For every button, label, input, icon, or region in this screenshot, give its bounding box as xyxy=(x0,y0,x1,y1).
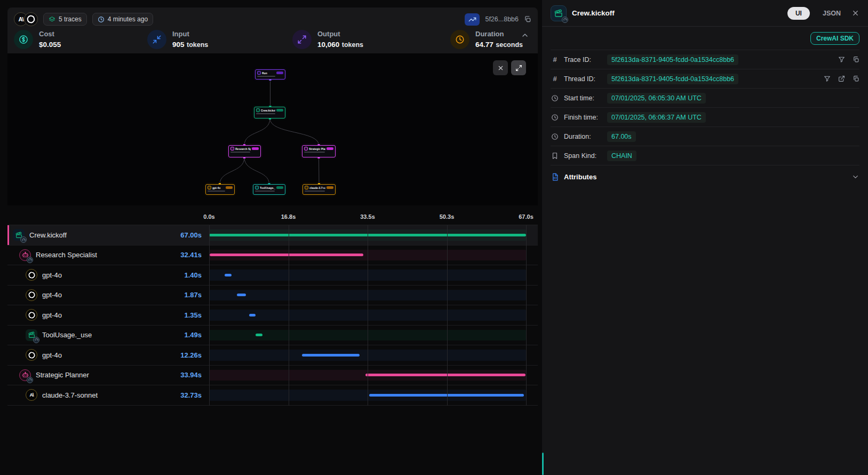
agent-graph-canvas[interactable]: RunCrew.kickoffResearch Speciali...Strat… xyxy=(7,53,538,205)
axis-tick: 0.0s xyxy=(203,213,214,220)
filter-icon[interactable] xyxy=(838,56,845,63)
field-value[interactable]: CHAIN xyxy=(607,151,636,161)
panel-close-icon[interactable] xyxy=(851,9,859,17)
stat-duration: Duration64.77 seconds xyxy=(450,30,531,49)
field-label: Start time: xyxy=(564,94,602,102)
span-row-claude-3-7-sonnet[interactable]: A\claude-3.7-sonnet32.73s xyxy=(7,385,538,406)
graph-node-crew-kickoff[interactable]: Crew.kickoff xyxy=(254,107,285,118)
openai-logo-icon xyxy=(26,309,37,321)
span-name: gpt-4o xyxy=(42,291,179,299)
tab-ui[interactable]: UI xyxy=(787,7,810,20)
metrics-chart-button[interactable] xyxy=(465,13,480,26)
node-subtext xyxy=(257,76,275,77)
gauge-badge-icon xyxy=(27,257,33,263)
trace-age-badge: 4 minutes ago xyxy=(92,13,153,26)
field-value[interactable]: 5f2613da-8371-9405-fcdd-0a1534cc8bb6 xyxy=(607,74,738,84)
attributes-section-header[interactable]: Attributes xyxy=(551,165,859,188)
tab-json[interactable]: JSON xyxy=(823,10,841,17)
span-name: Strategic Planner xyxy=(36,371,176,379)
span-name: gpt-4o xyxy=(42,351,176,359)
span-row-crew-kickoff[interactable]: Crew.kickoff67.00s xyxy=(7,225,538,246)
traces-count-label: 5 traces xyxy=(59,15,82,23)
graph-node-run[interactable]: Run xyxy=(255,69,285,80)
copy-icon[interactable] xyxy=(853,75,859,82)
layers-icon xyxy=(49,16,55,23)
clock-icon xyxy=(450,30,469,49)
anthropic-logo-icon: A\ xyxy=(26,389,37,401)
clock-icon xyxy=(551,133,559,140)
span-duration: 1.40s xyxy=(184,271,202,279)
node-type-icon xyxy=(230,147,234,151)
span-name: claude-3.7-sonnet xyxy=(42,391,176,399)
trace-summary-card: A\ 5 traces 4 minutes ago 5f26...8bb6 Co… xyxy=(7,7,538,53)
field-label: Span Kind: xyxy=(564,152,602,160)
stat-value: $0.055 xyxy=(39,41,61,49)
span-bar[interactable] xyxy=(302,354,360,357)
span-duration: 12.26s xyxy=(180,351,202,359)
field-value[interactable]: 07/01/2025, 06:06:37 AM UTC xyxy=(607,112,706,123)
scrollbar-thumb[interactable] xyxy=(542,453,544,475)
span-waterfall: 0.0s16.8s33.5s50.3s67.0s Crew.kickoff67.… xyxy=(7,211,538,406)
span-name: gpt-4o xyxy=(42,271,179,279)
span-bar[interactable] xyxy=(210,254,363,256)
span-row-gpt-4o[interactable]: gpt-4o12.26s xyxy=(7,345,538,366)
trending-up-icon xyxy=(468,15,476,23)
span-row-research-specialist[interactable]: Research Specialist32.41s xyxy=(7,246,538,266)
axis-tick: 50.3s xyxy=(440,213,455,220)
span-name: Research Specialist xyxy=(36,251,176,259)
stat-label: Output xyxy=(317,30,363,38)
span-track xyxy=(209,385,526,405)
node-status-badge xyxy=(226,186,233,189)
sdk-badge: CrewAI SDK xyxy=(810,32,859,45)
field-duration: Duration:67.00s xyxy=(551,127,859,146)
span-track-tint xyxy=(209,350,526,361)
span-bar[interactable] xyxy=(365,374,526,376)
graph-node-research-speciali[interactable]: Research Speciali... xyxy=(228,145,261,157)
stat-output: Output10,060 tokens xyxy=(292,30,450,49)
span-bar[interactable] xyxy=(225,274,231,276)
bookmark-icon xyxy=(551,152,559,160)
graph-node-claude-3-7-sonnet[interactable]: claude-3.7-sonnet xyxy=(302,184,336,195)
stat-unit: tokens xyxy=(342,41,363,49)
field-start-time: Start time:07/01/2025, 06:05:30 AM UTC xyxy=(551,89,859,108)
span-track xyxy=(209,326,526,345)
span-track xyxy=(209,225,526,245)
chevron-down-icon[interactable] xyxy=(851,173,859,181)
span-bar[interactable] xyxy=(209,234,526,236)
span-row-gpt-4o[interactable]: gpt-4o1.40s xyxy=(7,265,538,286)
waterfall-time-axis: 0.0s16.8s33.5s50.3s67.0s xyxy=(209,211,526,225)
stat-unit: seconds xyxy=(496,41,523,49)
filter-icon[interactable] xyxy=(824,75,831,82)
traces-count-badge[interactable]: 5 traces xyxy=(43,13,87,26)
external-link-icon[interactable] xyxy=(838,75,845,82)
node-type-icon xyxy=(256,108,260,112)
copy-trace-id-icon[interactable] xyxy=(524,15,531,23)
provider-avatars: A\ xyxy=(14,12,38,26)
span-row-strategic-planner[interactable]: Strategic Planner33.94s xyxy=(7,366,538,386)
span-row-gpt-4o[interactable]: gpt-4o1.87s xyxy=(7,286,538,306)
span-bar[interactable] xyxy=(369,394,524,397)
span-bar[interactable] xyxy=(237,294,246,296)
collapse-chevron-icon[interactable] xyxy=(521,31,529,39)
span-row-gpt-4o[interactable]: gpt-4o1.35s xyxy=(7,305,538,326)
field-value[interactable]: 67.00s xyxy=(607,131,636,142)
span-detail-panel: Crew.kickoff UI JSON CrewAI SDK #Trace I… xyxy=(542,0,868,475)
field-value[interactable]: 07/01/2025, 06:05:30 AM UTC xyxy=(607,93,706,104)
span-duration: 1.49s xyxy=(184,331,202,339)
gauge-badge-icon xyxy=(20,236,27,243)
graph-close-button[interactable] xyxy=(493,60,508,75)
graph-node-strategic-planner[interactable]: Strategic Planner xyxy=(302,145,336,157)
span-bar[interactable] xyxy=(249,314,256,316)
graph-node-gpt-4o[interactable]: gpt-4o xyxy=(205,184,235,195)
field-finish-time: Finish time:07/01/2025, 06:06:37 AM UTC xyxy=(551,108,859,127)
span-row-toolusage-use[interactable]: ToolUsage._use1.49s xyxy=(7,326,538,346)
copy-icon[interactable] xyxy=(853,56,859,63)
graph-expand-button[interactable] xyxy=(511,60,526,75)
node-label: Strategic Planner xyxy=(309,147,325,151)
field-value[interactable]: 5f2613da-8371-9405-fcdd-0a1534cc8bb6 xyxy=(607,54,738,65)
field-thread-id: #Thread ID:5f2613da-8371-9405-fcdd-0a153… xyxy=(551,69,859,89)
span-duration: 32.73s xyxy=(180,391,202,399)
span-bar[interactable] xyxy=(256,334,262,336)
graph-node-toolusage-use[interactable]: ToolUsage._use xyxy=(253,184,285,195)
arrows-out-icon xyxy=(292,30,312,49)
